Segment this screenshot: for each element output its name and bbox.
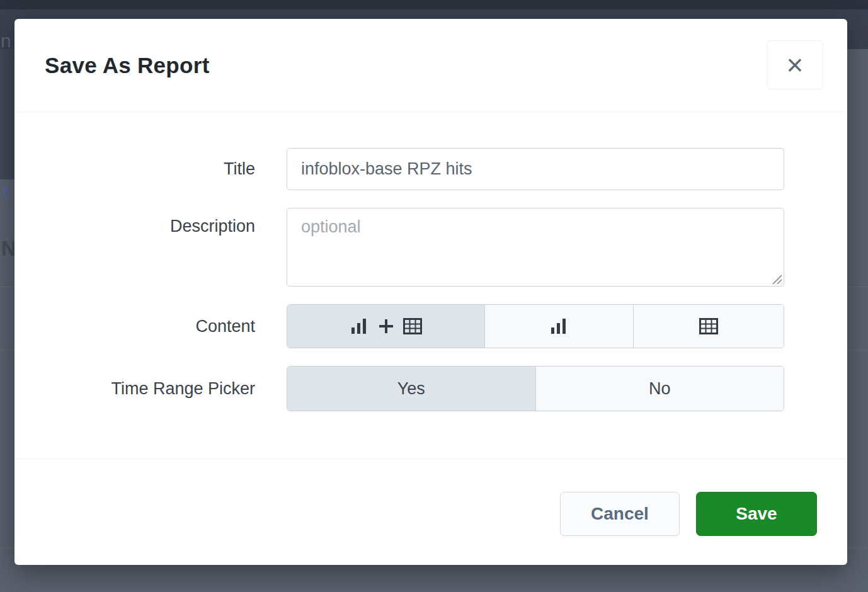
content-segmented-control [287, 304, 784, 348]
backdrop-nav-text-fragment: n [1, 30, 11, 52]
time-range-no-label: No [649, 379, 671, 399]
title-label: Title [14, 148, 287, 190]
description-row: Description [14, 208, 847, 287]
content-option-chart-only[interactable] [484, 305, 633, 348]
bar-chart-icon [550, 317, 569, 335]
dialog-header: Save As Report × [14, 19, 847, 112]
dialog-footer: Cancel Save [14, 458, 847, 565]
table-icon [699, 318, 718, 334]
save-button[interactable]: Save [696, 492, 817, 536]
description-textarea[interactable] [287, 208, 784, 287]
time-range-option-no[interactable]: No [535, 367, 784, 411]
time-range-picker-label: Time Range Picker [14, 366, 287, 411]
description-label: Description [14, 208, 287, 287]
content-label: Content [14, 304, 287, 348]
bar-chart-icon [350, 317, 369, 335]
time-range-picker-row: Time Range Picker Yes No [14, 366, 847, 411]
save-as-report-dialog: Save As Report × Title Description Conte… [14, 19, 847, 565]
content-row: Content [14, 304, 847, 348]
cancel-button[interactable]: Cancel [560, 492, 680, 536]
plus-icon [378, 318, 394, 334]
time-range-segmented-control: Yes No [287, 366, 784, 411]
table-icon [403, 318, 422, 334]
time-range-yes-label: Yes [397, 379, 425, 399]
dialog-title: Save As Report [45, 53, 210, 78]
content-option-table-only[interactable] [633, 305, 784, 348]
content-option-chart-and-table[interactable] [287, 305, 484, 348]
title-row: Title [14, 148, 847, 190]
backdrop-top-strip [0, 0, 868, 9]
time-range-option-yes[interactable]: Yes [287, 367, 535, 411]
close-icon: × [787, 50, 804, 79]
close-button[interactable]: × [767, 40, 823, 89]
dialog-body: Title Description Content [14, 112, 847, 411]
title-input[interactable] [287, 148, 784, 190]
